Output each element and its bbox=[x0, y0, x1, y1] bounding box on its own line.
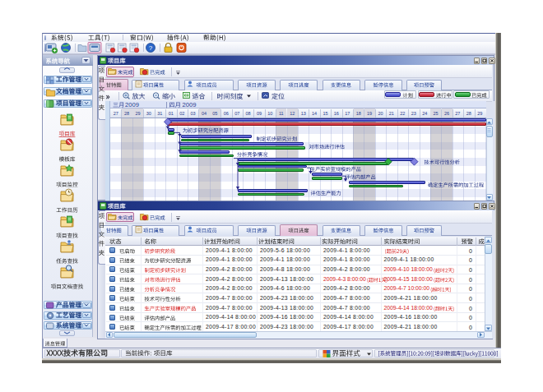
svg-text:?: ? bbox=[149, 44, 153, 52]
